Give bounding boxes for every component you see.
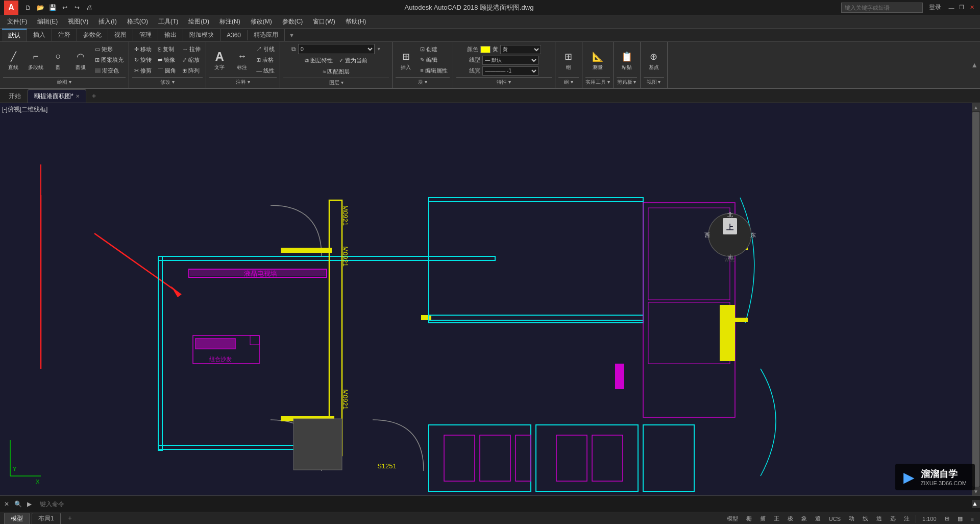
btn-table[interactable]: ⊞ 表格 bbox=[254, 55, 277, 65]
command-input[interactable] bbox=[36, 501, 972, 508]
menu-edit[interactable]: 编辑(E) bbox=[32, 16, 63, 27]
menu-view[interactable]: 视图(V) bbox=[63, 16, 93, 27]
vertical-scrollbar[interactable]: ▲ ▼ bbox=[972, 103, 980, 495]
menu-insert[interactable]: 插入(I) bbox=[93, 16, 121, 27]
btn-linestyle[interactable]: — 线性 bbox=[254, 66, 277, 76]
menu-modify[interactable]: 修改(M) bbox=[246, 16, 277, 27]
btn-stretch[interactable]: ↔ 拉伸 bbox=[180, 44, 203, 54]
restore-button[interactable]: ❐ bbox=[958, 4, 966, 12]
tab-model[interactable]: 模型 bbox=[4, 513, 30, 524]
redo-button[interactable]: ↪ bbox=[71, 2, 83, 13]
status-ortho[interactable]: 正 bbox=[772, 514, 781, 523]
status-model[interactable]: 模型 bbox=[725, 514, 740, 523]
btn-create-block[interactable]: ⊡ 创建 bbox=[418, 44, 449, 54]
btn-group[interactable]: ⊞ 组 bbox=[558, 49, 579, 72]
tab-default[interactable]: 默认 bbox=[2, 29, 27, 41]
tab-a360[interactable]: A360 bbox=[220, 30, 248, 40]
tab-manage[interactable]: 管理 bbox=[133, 29, 158, 41]
save-button[interactable]: 💾 bbox=[47, 2, 58, 13]
menu-tools[interactable]: 工具(T) bbox=[153, 16, 183, 27]
btn-array[interactable]: ⊞ 阵列 bbox=[180, 66, 203, 76]
btn-set-current[interactable]: ✓ 置为当前 bbox=[337, 56, 370, 65]
tab-layout1[interactable]: 布局1 bbox=[32, 513, 61, 524]
tab-annotate[interactable]: 注释 bbox=[52, 29, 77, 41]
menu-file[interactable]: 文件(F) bbox=[2, 16, 32, 27]
menu-params[interactable]: 参数(C) bbox=[277, 16, 308, 27]
status-snap[interactable]: 捕 bbox=[758, 514, 768, 523]
status-scale[interactable]: 1:100 bbox=[920, 515, 939, 522]
btn-match-layer[interactable]: ≈ 匹配图层 bbox=[321, 67, 352, 77]
btn-gradient[interactable]: ▤ 渐变色 bbox=[93, 66, 126, 76]
status-otrack[interactable]: 追 bbox=[813, 514, 823, 523]
ribbon-options[interactable]: ▼ bbox=[289, 32, 295, 38]
btn-hatch[interactable]: ⊞ 图案填充 bbox=[93, 55, 126, 65]
btn-dimension[interactable]: ↔ 标注 bbox=[232, 49, 252, 72]
minimize-button[interactable]: — bbox=[947, 4, 955, 12]
cmd-scroll-btn[interactable]: ▲ bbox=[972, 500, 980, 508]
plot-button[interactable]: 🖨 bbox=[84, 2, 95, 13]
menu-dimension[interactable]: 标注(N) bbox=[214, 16, 246, 27]
search-input[interactable] bbox=[841, 3, 923, 13]
cmd-search-btn[interactable]: 🔍 bbox=[12, 499, 24, 509]
tab-drawing[interactable]: 颐提港面积图* ✕ bbox=[28, 89, 86, 103]
scroll-thumb[interactable] bbox=[972, 112, 979, 487]
menu-draw[interactable]: 绘图(D) bbox=[183, 16, 214, 27]
color-swatch[interactable] bbox=[480, 46, 491, 53]
btn-scale[interactable]: ⤢ 缩放 bbox=[180, 55, 203, 65]
btn-arc[interactable]: ◠ 圆弧 bbox=[70, 49, 91, 72]
tab-start[interactable]: 开始 bbox=[2, 89, 28, 103]
btn-measure[interactable]: 📐 测量 bbox=[587, 49, 608, 72]
btn-mirror[interactable]: ⇌ 镜像 bbox=[156, 55, 178, 65]
tab-add-button[interactable]: ＋ bbox=[86, 89, 102, 103]
scroll-up-btn[interactable]: ▲ bbox=[972, 103, 980, 111]
status-trans[interactable]: 透 bbox=[874, 514, 884, 523]
status-view-icon[interactable]: ▦ bbox=[955, 515, 965, 522]
open-button[interactable]: 📂 bbox=[35, 2, 46, 13]
btn-copy[interactable]: ⎘ 复制 bbox=[156, 44, 178, 54]
menu-format[interactable]: 格式(O) bbox=[122, 16, 153, 27]
login-button[interactable]: 登录 bbox=[925, 3, 945, 12]
layer-dropdown-arrow[interactable]: ▼ bbox=[377, 46, 381, 52]
status-annot[interactable]: 注 bbox=[902, 514, 912, 523]
status-polar[interactable]: 极 bbox=[786, 514, 795, 523]
menu-help[interactable]: 帮助(H) bbox=[340, 16, 372, 27]
btn-leader[interactable]: ↗ 引线 bbox=[254, 44, 277, 54]
btn-rotate[interactable]: ↻ 旋转 bbox=[132, 55, 154, 65]
status-grid[interactable]: 栅 bbox=[744, 514, 754, 523]
color-dropdown[interactable]: 黄 bbox=[500, 45, 541, 54]
new-button[interactable]: 🗋 bbox=[22, 2, 34, 13]
btn-layer-properties[interactable]: ⧉ 图层特性 bbox=[303, 56, 335, 65]
tab-featured[interactable]: 精选应用 bbox=[248, 29, 285, 41]
collapse-ribbon-btn[interactable]: ▲ bbox=[971, 61, 978, 69]
btn-edit-attrib[interactable]: ≡ 编辑属性 bbox=[418, 66, 449, 76]
status-dynin[interactable]: 动 bbox=[847, 514, 856, 523]
tab-parametric[interactable]: 参数化 bbox=[77, 29, 108, 41]
tab-layout-add[interactable]: ＋ bbox=[63, 513, 77, 524]
status-menu-icon[interactable]: ≡ bbox=[969, 515, 976, 522]
btn-rectangle[interactable]: ▭ 矩形 bbox=[93, 44, 126, 54]
tab-addons[interactable]: 附加模块 bbox=[183, 29, 220, 41]
tab-view[interactable]: 视图 bbox=[108, 29, 133, 41]
tab-drawing-close[interactable]: ✕ bbox=[76, 93, 80, 99]
btn-polyline[interactable]: ⌐ 多段线 bbox=[26, 49, 46, 72]
btn-fillet[interactable]: ⌒ 圆角 bbox=[156, 66, 178, 76]
status-osnap[interactable]: 象 bbox=[799, 514, 809, 523]
status-lw[interactable]: 线 bbox=[861, 514, 870, 523]
canvas-area[interactable]: [-]俯视[二维线框] bbox=[0, 103, 980, 495]
btn-circle[interactable]: ○ 圆 bbox=[48, 49, 68, 72]
layer-dropdown[interactable]: 0 bbox=[298, 44, 375, 54]
btn-text[interactable]: A 文字 bbox=[209, 49, 230, 72]
btn-insert-block[interactable]: ⊞ 插入 bbox=[396, 49, 416, 72]
cmd-play-btn[interactable]: ▶ bbox=[25, 499, 34, 509]
tab-insert[interactable]: 插入 bbox=[27, 29, 52, 41]
btn-line[interactable]: ╱ 直线 bbox=[3, 49, 23, 72]
menu-window[interactable]: 窗口(W) bbox=[308, 16, 340, 27]
linetype-dropdown[interactable]: — 默认 bbox=[482, 56, 538, 65]
status-grid-icon[interactable]: ⊞ bbox=[943, 515, 951, 522]
close-button[interactable]: ✕ bbox=[968, 4, 976, 12]
btn-move[interactable]: ✛ 移动 bbox=[132, 44, 154, 54]
btn-trim[interactable]: ✂ 修剪 bbox=[132, 66, 154, 76]
status-ducs[interactable]: UCS bbox=[827, 515, 843, 522]
status-sel[interactable]: 选 bbox=[888, 514, 898, 523]
cmd-cancel-btn[interactable]: ✕ bbox=[2, 499, 11, 509]
